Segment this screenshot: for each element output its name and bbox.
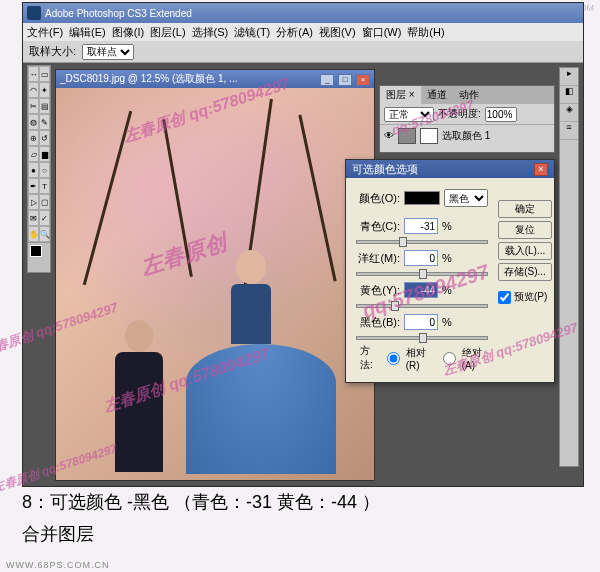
layer-row[interactable]: 👁 选取颜色 1	[380, 124, 554, 146]
menu-analysis[interactable]: 分析(A)	[276, 25, 313, 40]
dock-icon[interactable]: ▸	[560, 68, 578, 86]
hand-tool[interactable]: ✋	[28, 226, 39, 242]
eyedrop-tool[interactable]: ✓	[39, 210, 50, 226]
dialog-title: 可选颜色选项	[352, 162, 418, 177]
menu-filter[interactable]: 滤镜(T)	[234, 25, 270, 40]
magenta-label: 洋红(M):	[352, 251, 400, 266]
stamp-tool[interactable]: ⊕	[28, 130, 39, 146]
shape-tool[interactable]: ▢	[39, 194, 50, 210]
ps-icon	[27, 6, 41, 20]
app-title: Adobe Photoshop CS3 Extended	[45, 8, 192, 19]
move-tool[interactable]: ↔	[28, 66, 39, 82]
right-dock: ▸ ◧ ◈ ≡	[559, 67, 579, 467]
menu-edit[interactable]: 编辑(E)	[69, 25, 106, 40]
relative-radio[interactable]	[387, 352, 400, 365]
layers-panel: 图层 × 通道 动作 正常 不透明度: 👁 选取颜色 1	[379, 85, 555, 153]
marquee-tool[interactable]: ▭	[39, 66, 50, 82]
color-swatch	[404, 191, 440, 205]
heal-tool[interactable]: ◍	[28, 114, 39, 130]
cyan-label: 青色(C):	[352, 219, 400, 234]
dock-icon[interactable]: ◧	[560, 86, 578, 104]
black-input[interactable]	[404, 314, 438, 330]
black-label: 黑色(B):	[352, 315, 400, 330]
pen-tool[interactable]: ✒	[28, 178, 39, 194]
absolute-radio[interactable]	[443, 352, 456, 365]
layer-thumb	[398, 128, 416, 144]
eraser-tool[interactable]: ▱	[28, 146, 39, 162]
path-tool[interactable]: ▷	[28, 194, 39, 210]
tab-actions[interactable]: 动作	[453, 86, 485, 104]
dialog-title-bar[interactable]: 可选颜色选项 ×	[346, 160, 554, 178]
dock-icon[interactable]: ◈	[560, 104, 578, 122]
menu-file[interactable]: 文件(F)	[27, 25, 63, 40]
maximize-icon[interactable]: □	[338, 74, 352, 86]
tab-layers[interactable]: 图层 ×	[380, 86, 421, 104]
wand-tool[interactable]: ✦	[39, 82, 50, 98]
lasso-tool[interactable]: ◠	[28, 82, 39, 98]
sample-select[interactable]: 取样点	[82, 44, 134, 60]
layer-name: 选取颜色 1	[442, 129, 490, 143]
menu-select[interactable]: 选择(S)	[192, 25, 229, 40]
visibility-icon[interactable]: 👁	[384, 130, 394, 141]
color-select[interactable]: 黑色	[444, 189, 488, 207]
preview-checkbox[interactable]	[498, 291, 511, 304]
yellow-slider[interactable]	[356, 304, 488, 308]
brush-tool[interactable]: ✎	[39, 114, 50, 130]
tab-channels[interactable]: 通道	[421, 86, 453, 104]
color-swatches[interactable]	[28, 242, 50, 272]
menu-view[interactable]: 视图(V)	[319, 25, 356, 40]
save-button[interactable]: 存储(S)...	[498, 263, 552, 281]
close-icon[interactable]: ×	[356, 74, 370, 86]
dock-icon[interactable]: ≡	[560, 122, 578, 140]
cyan-slider[interactable]	[356, 240, 488, 244]
opacity-input[interactable]	[485, 107, 517, 122]
person-male	[108, 320, 170, 480]
options-bar: 取样大小: 取样点	[23, 41, 583, 63]
load-button[interactable]: 载入(L)...	[498, 242, 552, 260]
document-title: _DSC8019.jpg @ 12.5% (选取颜色 1, ...	[60, 72, 237, 86]
selective-color-dialog: 可选颜色选项 × 确定 复位 载入(L)... 存储(S)... 预览(P) 颜…	[345, 159, 555, 383]
dodge-tool[interactable]: ○	[39, 162, 50, 178]
caption: 8：可选颜色 -黑色 （青色：-31 黄色：-44 ） 合并图层	[22, 490, 380, 554]
magenta-input[interactable]	[404, 250, 438, 266]
toolbox: ↔▭ ◠✦ ✂▤ ◍✎ ⊕↺ ▱▆ ●○ ✒T ▷▢ ✉✓ ✋🔍	[27, 65, 51, 273]
document-window: _DSC8019.jpg @ 12.5% (选取颜色 1, ... _ □ ×	[55, 69, 375, 481]
blend-mode[interactable]: 正常	[384, 107, 434, 122]
sample-label: 取样大小:	[29, 44, 76, 59]
notes-tool[interactable]: ✉	[28, 210, 39, 226]
photoshop-window: Adobe Photoshop CS3 Extended 文件(F) 编辑(E)…	[22, 2, 584, 487]
blur-tool[interactable]: ●	[28, 162, 39, 178]
caption-line-1: 8：可选颜色 -黑色 （青色：-31 黄色：-44 ）	[22, 490, 380, 514]
menu-image[interactable]: 图像(I)	[112, 25, 144, 40]
menu-help[interactable]: 帮助(H)	[407, 25, 444, 40]
panel-tabs: 图层 × 通道 动作	[380, 86, 554, 104]
type-tool[interactable]: T	[39, 178, 50, 194]
yellow-input[interactable]	[404, 282, 438, 298]
history-tool[interactable]: ↺	[39, 130, 50, 146]
caption-line-2: 合并图层	[22, 522, 380, 546]
ok-button[interactable]: 确定	[498, 200, 552, 218]
gradient-tool[interactable]: ▆	[39, 146, 50, 162]
menu-bar: 文件(F) 编辑(E) 图像(I) 图层(L) 选择(S) 滤镜(T) 分析(A…	[23, 23, 583, 41]
layer-mask-thumb	[420, 128, 438, 144]
canvas[interactable]	[56, 88, 374, 480]
footer-watermark: WWW.68PS.COM.CN	[6, 560, 110, 570]
magenta-slider[interactable]	[356, 272, 488, 276]
dialog-close-icon[interactable]: ×	[534, 163, 548, 176]
slice-tool[interactable]: ▤	[39, 98, 50, 114]
yellow-label: 黄色(Y):	[352, 283, 400, 298]
cyan-input[interactable]	[404, 218, 438, 234]
document-title-bar[interactable]: _DSC8019.jpg @ 12.5% (选取颜色 1, ... _ □ ×	[56, 70, 374, 88]
cancel-button[interactable]: 复位	[498, 221, 552, 239]
zoom-tool[interactable]: 🔍	[39, 226, 50, 242]
menu-layer[interactable]: 图层(L)	[150, 25, 185, 40]
color-label: 颜色(O):	[352, 191, 400, 206]
menu-window[interactable]: 窗口(W)	[362, 25, 402, 40]
minimize-icon[interactable]: _	[320, 74, 334, 86]
app-title-bar: Adobe Photoshop CS3 Extended	[23, 3, 583, 23]
person-female	[186, 250, 336, 480]
crop-tool[interactable]: ✂	[28, 98, 39, 114]
black-slider[interactable]	[356, 336, 488, 340]
